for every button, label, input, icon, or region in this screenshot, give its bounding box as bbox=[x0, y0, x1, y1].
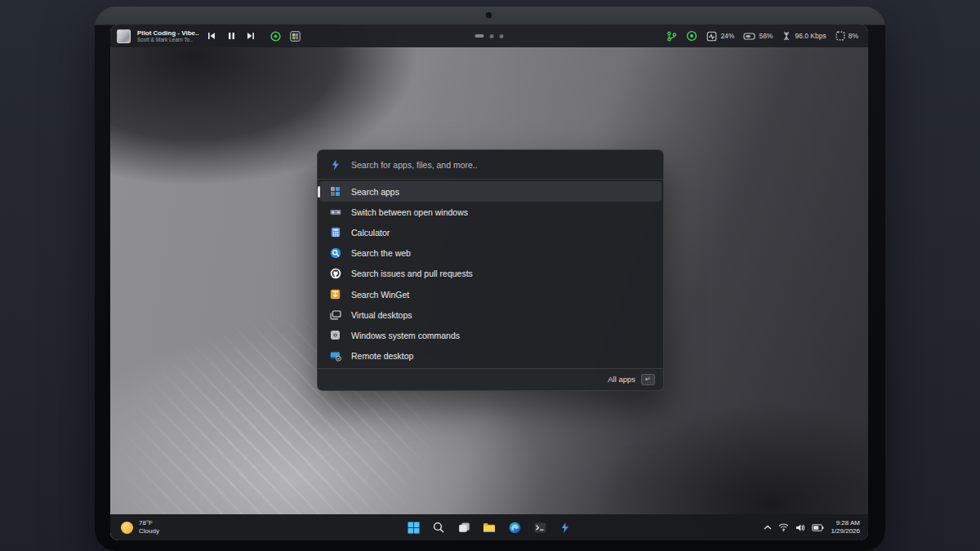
network-stat[interactable]: 96.0 Kbps bbox=[782, 31, 826, 41]
gpu-stat[interactable]: 8% bbox=[835, 31, 858, 41]
gpu-stat-value: 8% bbox=[849, 32, 858, 40]
github-icon bbox=[329, 268, 341, 280]
wifi-icon[interactable] bbox=[778, 523, 789, 531]
enter-keycap: ↵ bbox=[641, 374, 655, 385]
palette-item-search-apps[interactable]: Search apps bbox=[319, 181, 662, 202]
virtual-desktops-icon bbox=[329, 309, 341, 321]
command-palette: Search for apps, files, and more.. Searc… bbox=[317, 149, 664, 391]
recorder-status-icon[interactable] bbox=[269, 30, 282, 42]
task-view-icon[interactable] bbox=[456, 519, 472, 535]
palette-item-label: Search WinGet bbox=[351, 290, 409, 300]
web-search-icon bbox=[329, 247, 341, 260]
search-placeholder: Search for apps, files, and more.. bbox=[351, 160, 478, 170]
workspace-active-pill[interactable] bbox=[475, 34, 484, 38]
media-title: Pilot Coding - Vibe.. bbox=[137, 29, 198, 37]
powertoys-taskbar-icon[interactable] bbox=[557, 519, 573, 535]
palette-item-system-commands[interactable]: Windows system commands bbox=[318, 325, 663, 345]
laptop-screen: Pilot Coding - Vibe.. Scott & Mark Learn… bbox=[110, 24, 868, 540]
start-button[interactable] bbox=[405, 519, 421, 535]
workspace-dot[interactable] bbox=[500, 34, 504, 38]
palette-item-label: Virtual desktops bbox=[351, 310, 412, 320]
weather-sun-icon bbox=[121, 522, 133, 534]
palette-footer: All apps ↵ bbox=[318, 368, 663, 390]
weather-temp: 78°F bbox=[139, 519, 159, 527]
laptop-frame: Pilot Coding - Vibe.. Scott & Mark Learn… bbox=[95, 7, 885, 551]
network-stat-value: 96.0 Kbps bbox=[795, 32, 826, 40]
media-subtitle: Scott & Mark Learn To.. bbox=[137, 37, 198, 42]
memory-stat-value: 56% bbox=[759, 32, 773, 40]
clock-time: 9:28 AM bbox=[831, 519, 860, 527]
palette-item-window-switcher[interactable]: Switch between open windows bbox=[318, 202, 663, 222]
apps-icon bbox=[329, 185, 341, 198]
palette-results-list: Search apps Switch between open windows … bbox=[318, 180, 663, 368]
album-art-thumbnail[interactable] bbox=[117, 29, 131, 43]
workspace-dot[interactable] bbox=[490, 34, 494, 38]
git-branch-icon[interactable] bbox=[666, 31, 677, 42]
system-tray: 9:28 AM 1/29/2026 bbox=[764, 519, 868, 536]
volume-icon[interactable] bbox=[795, 523, 805, 532]
taskbar-search-icon[interactable] bbox=[430, 519, 447, 535]
palette-item-remote-desktop[interactable]: Remote desktop bbox=[318, 346, 663, 367]
palette-item-github-search[interactable]: Search issues and pull requests bbox=[318, 264, 663, 284]
now-playing: Pilot Coding - Vibe.. Scott & Mark Learn… bbox=[137, 29, 198, 43]
window-switcher-icon bbox=[329, 206, 341, 218]
palette-search-input[interactable]: Search for apps, files, and more.. bbox=[318, 150, 663, 180]
palette-item-web-search[interactable]: Search the web bbox=[318, 243, 663, 264]
taskbar-weather-widget[interactable]: 78°F Cloudy bbox=[110, 519, 159, 535]
taskbar-clock[interactable]: 9:28 AM 1/29/2026 bbox=[831, 519, 860, 536]
palette-item-label: Remote desktop bbox=[351, 351, 413, 361]
color-thumbnail-icon[interactable] bbox=[288, 30, 301, 42]
palette-item-label: Search apps bbox=[351, 187, 399, 197]
previous-track-button[interactable] bbox=[205, 30, 218, 42]
palette-item-label: Calculator bbox=[351, 228, 390, 238]
target-status-icon[interactable] bbox=[686, 30, 697, 42]
workspace-indicator[interactable] bbox=[475, 24, 504, 47]
cpu-stat[interactable]: 24% bbox=[706, 31, 734, 42]
cpu-stat-value: 24% bbox=[720, 32, 734, 40]
palette-item-label: Search the web bbox=[351, 248, 411, 258]
powertoys-bolt-icon bbox=[329, 158, 341, 171]
battery-icon[interactable] bbox=[812, 524, 824, 531]
pause-button[interactable] bbox=[225, 30, 238, 42]
all-apps-label[interactable]: All apps bbox=[608, 375, 635, 384]
calculator-icon bbox=[329, 226, 341, 238]
edge-browser-icon[interactable] bbox=[506, 519, 523, 535]
palette-item-label: Switch between open windows bbox=[351, 207, 468, 217]
remote-desktop-icon bbox=[329, 350, 341, 362]
memory-stat[interactable]: 56% bbox=[743, 32, 773, 41]
palette-item-label: Search issues and pull requests bbox=[351, 269, 473, 278]
palette-item-virtual-desktops[interactable]: Virtual desktops bbox=[318, 304, 663, 325]
tray-chevron-up-icon[interactable] bbox=[764, 525, 772, 530]
winget-icon bbox=[329, 288, 341, 300]
palette-item-winget-search[interactable]: Search WinGet bbox=[318, 284, 663, 304]
webcam-dot bbox=[486, 12, 492, 18]
weather-condition: Cloudy bbox=[139, 527, 159, 535]
selection-indicator bbox=[318, 186, 320, 198]
palette-item-label: Windows system commands bbox=[351, 331, 460, 340]
palette-item-calculator[interactable]: Calculator bbox=[318, 222, 663, 242]
file-explorer-icon[interactable] bbox=[481, 519, 497, 535]
clock-date: 1/29/2026 bbox=[831, 527, 860, 535]
system-commands-icon bbox=[329, 329, 341, 341]
taskbar-app-icons bbox=[405, 519, 573, 535]
terminal-icon[interactable] bbox=[532, 519, 548, 535]
top-status-bar: Pilot Coding - Vibe.. Scott & Mark Learn… bbox=[110, 24, 868, 47]
taskbar: 78°F Cloudy bbox=[110, 514, 868, 540]
next-track-button[interactable] bbox=[244, 30, 257, 42]
